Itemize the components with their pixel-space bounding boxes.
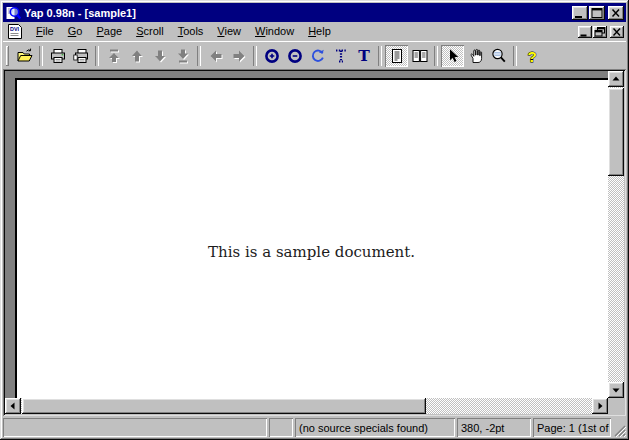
svg-text:DVI: DVI [10, 26, 19, 32]
title-bar: Yap 0.98n - [sample1] [3, 3, 626, 22]
print-button[interactable] [46, 45, 69, 67]
next-page-button [148, 45, 171, 67]
horizontal-scrollbar[interactable] [5, 398, 608, 414]
menu-item-file[interactable]: File [29, 23, 61, 40]
status-panel-4: 380, -2pt [457, 418, 531, 437]
status-panel-1 [3, 418, 267, 437]
menu-item-page[interactable]: Page [89, 23, 129, 40]
hand-icon [468, 48, 484, 64]
toolbar-separator [378, 46, 382, 66]
single-page-view-button[interactable] [385, 45, 408, 67]
toolbar-gripper[interactable] [6, 46, 9, 66]
first-page-button [102, 45, 125, 67]
scroll-left-button[interactable] [5, 398, 21, 414]
open-button[interactable] [13, 45, 36, 67]
double-page-icon [412, 48, 428, 64]
close-button[interactable] [608, 6, 624, 20]
resize-grip-icon[interactable] [613, 418, 626, 437]
toolbar-separator [39, 46, 43, 66]
menu-item-help[interactable]: Help [301, 23, 338, 40]
scroll-up-button[interactable] [608, 71, 624, 87]
menu-item-scroll[interactable]: Scroll [129, 23, 171, 40]
magnifier-tool-button[interactable] [487, 45, 510, 67]
double-page-view-button[interactable] [408, 45, 431, 67]
status-panel-3: (no source specials found) [295, 418, 455, 437]
svg-text:?: ? [527, 48, 536, 64]
mdi-close-button[interactable] [610, 26, 624, 38]
menu-item-go[interactable]: Go [61, 23, 90, 40]
menu-item-tools[interactable]: Tools [171, 23, 211, 40]
dvi-document-icon[interactable]: DVI [7, 24, 23, 39]
prev-page-button [125, 45, 148, 67]
toolbar-separator [253, 46, 257, 66]
status-panel-5: Page: 1 (1st of 1) [533, 418, 611, 437]
select-tool-button[interactable] [441, 45, 464, 67]
back-icon [208, 48, 224, 64]
toolbar-separator [513, 46, 517, 66]
print-doc-icon [73, 48, 89, 64]
last-page-button [171, 45, 194, 67]
svg-text:T: T [358, 48, 370, 64]
toolbar-separator [95, 46, 99, 66]
open-folder-icon [17, 48, 33, 64]
prev-page-icon [129, 48, 145, 64]
forward-button [227, 45, 250, 67]
last-page-icon [175, 48, 191, 64]
hand-tool-button[interactable] [464, 45, 487, 67]
first-page-icon [106, 48, 122, 64]
menu-item-window[interactable]: Window [248, 23, 301, 40]
window-title: Yap 0.98n - [sample1] [24, 4, 572, 22]
document-client-area: This is a sample document. [3, 69, 626, 416]
yap-magnifier-icon [5, 5, 21, 21]
menu-bar: DVI FileGoPageScrollToolsViewWindowHelp [3, 22, 626, 41]
minimize-button[interactable] [572, 6, 588, 20]
zoom-in-button[interactable] [260, 45, 283, 67]
print-page-button[interactable] [69, 45, 92, 67]
status-panel-2 [269, 418, 293, 437]
zoom-in-icon [264, 48, 280, 64]
magnifier-icon [491, 48, 507, 64]
refresh-icon [310, 48, 326, 64]
document-text: This is a sample document. [208, 245, 415, 260]
back-button [204, 45, 227, 67]
print-icon [50, 48, 66, 64]
toolbar-separator [197, 46, 201, 66]
dvi-page: This is a sample document. [15, 78, 608, 398]
zoom-out-icon [287, 48, 303, 64]
scroll-right-button[interactable] [592, 398, 608, 414]
mdi-minimize-button[interactable] [578, 26, 592, 38]
vertical-scrollbar[interactable] [608, 71, 624, 398]
zoom-out-button[interactable] [283, 45, 306, 67]
help-button[interactable]: ? [520, 45, 543, 67]
toolbar-separator [434, 46, 438, 66]
next-page-icon [152, 48, 168, 64]
menu-items: FileGoPageScrollToolsViewWindowHelp [29, 23, 578, 40]
pointer-icon [445, 48, 461, 64]
text-icon: T [356, 48, 372, 64]
scroll-down-button[interactable] [608, 382, 624, 398]
source-specials-button[interactable] [329, 45, 352, 67]
menu-item-view[interactable]: View [210, 23, 248, 40]
help-icon: ? [524, 48, 540, 64]
maximize-button[interactable] [589, 6, 605, 20]
vertical-scroll-thumb[interactable] [608, 88, 624, 176]
single-page-icon [389, 48, 405, 64]
mdi-restore-button[interactable] [593, 26, 607, 38]
toolbar: T? [3, 41, 626, 69]
toolbar-buttons: T? [13, 45, 543, 67]
forward-icon [231, 48, 247, 64]
document-viewport[interactable]: This is a sample document. [5, 71, 608, 398]
scrollbar-corner [608, 398, 624, 414]
app-window: Yap 0.98n - [sample1] DVI FileGoPageScro… [0, 0, 629, 440]
refresh-button[interactable] [306, 45, 329, 67]
status-bar: (no source specials found)380, -2ptPage:… [3, 418, 626, 437]
text-render-button[interactable]: T [352, 45, 375, 67]
horizontal-scroll-thumb[interactable] [22, 398, 426, 414]
source-text-icon [333, 48, 349, 64]
